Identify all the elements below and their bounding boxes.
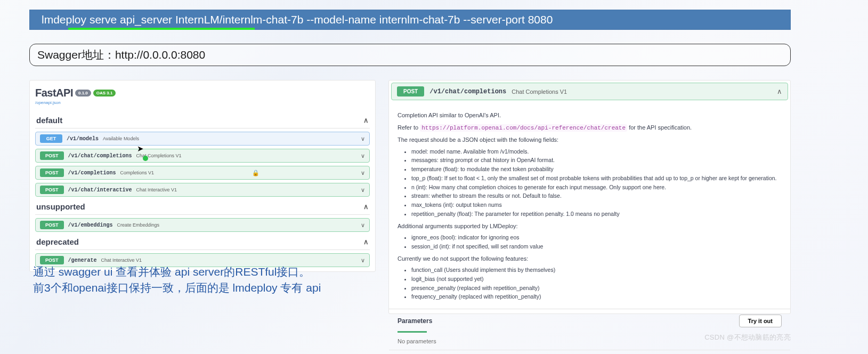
- chevron-down-icon: ∨: [361, 170, 365, 176]
- endpoint-summary: Chat Completions V1: [512, 88, 567, 95]
- parameters-bar: Parameters Try it out: [389, 309, 790, 333]
- fastapi-header: FastAPI 0.1.0 OAS 3.1: [35, 87, 370, 99]
- section-unsupported[interactable]: unsupported∧: [35, 199, 370, 215]
- endpoint-detail-panel: POST /v1/chat/completions Chat Completio…: [388, 80, 791, 314]
- endpoint-row[interactable]: POST/v1/chat/completionsChat Completions…: [35, 149, 370, 163]
- endpoint-path: /v1/chat/completions: [68, 153, 132, 159]
- list-item: logit_bias (not supported yet): [411, 275, 782, 284]
- endpoint-summary: Completions V1: [120, 170, 155, 175]
- version-badge: 0.1.0: [75, 90, 91, 96]
- method-badge: POST: [40, 168, 64, 177]
- endpoint-path: /v1/embeddings: [68, 222, 113, 228]
- command-bar: lmdeploy serve api_server InternLM/inter…: [29, 10, 791, 30]
- endpoint-row[interactable]: POST/v1/chat/interactiveChat Interactive…: [35, 183, 370, 197]
- lock-icon: 🔒: [252, 170, 259, 176]
- unsupported-list: function_call (Users should implement th…: [411, 266, 782, 301]
- try-it-out-button[interactable]: Try it out: [739, 315, 782, 327]
- additional-intro: Additional arguments supported by LMDepl…: [398, 222, 782, 231]
- openapi-link[interactable]: /openapi.json: [35, 100, 370, 105]
- fields-list: model: model name. Available from /v1/mo…: [411, 148, 782, 219]
- list-item: model: model name. Available from /v1/mo…: [411, 148, 782, 156]
- section-default[interactable]: default∧: [35, 112, 370, 128]
- list-item: top_p (float): If set to float < 1, only…: [411, 174, 782, 183]
- endpoint-description: Completion API similar to OpenAI's API. …: [389, 102, 790, 309]
- refer-line: Refer to https://platform.openai.com/doc…: [398, 123, 782, 133]
- list-item: stream: whether to stream the results or…: [411, 192, 782, 200]
- api-spec-link[interactable]: https://platform.openai.com/docs/api-ref…: [420, 124, 627, 132]
- swagger-address-box: Swagger地址：http://0.0.0.0:8080: [29, 44, 791, 66]
- list-item: temperature (float): to modulate the nex…: [411, 165, 782, 174]
- chevron-up-icon: ∧: [363, 238, 369, 246]
- request-body-bar: Request body required application/json: [389, 350, 790, 354]
- intro-text: Completion API similar to OpenAI's API.: [398, 111, 782, 120]
- request-intro: The request should be a JSON object with…: [398, 135, 782, 144]
- chevron-down-icon: ∨: [361, 222, 365, 229]
- laser-pointer-icon: [143, 156, 148, 161]
- endpoint-summary: Available Models: [103, 136, 139, 141]
- list-item: function_call (Users should implement th…: [411, 266, 782, 275]
- list-item: session_id (int): if not specified, will…: [411, 243, 782, 251]
- list-item: presence_penalty (replaced with repetiti…: [411, 284, 782, 293]
- endpoint-path: /v1/chat/interactive: [68, 187, 132, 193]
- chevron-down-icon: ∨: [361, 257, 365, 264]
- swagger-address-text: Swagger地址：http://0.0.0.0:8080: [37, 47, 205, 62]
- section-deprecated[interactable]: deprecated∧: [35, 234, 370, 250]
- refer-prefix: Refer to: [398, 124, 420, 131]
- unsupported-intro: Currently we do not support the followin…: [398, 254, 782, 263]
- method-badge: GET: [40, 134, 62, 143]
- method-badge: POST: [397, 86, 424, 96]
- highlight-underline: [68, 28, 255, 30]
- parameters-label: Parameters: [398, 317, 432, 325]
- section-title: deprecated: [36, 237, 79, 246]
- endpoint-path: /v1/models: [67, 136, 99, 142]
- list-item: repetition_penalty (float): The paramete…: [411, 210, 782, 219]
- note-line-1: 通过 swagger ui 查看并体验 api server的RESTful接口…: [33, 264, 379, 280]
- swagger-ui-panel: FastAPI 0.1.0 OAS 3.1 /openapi.json defa…: [29, 80, 376, 272]
- list-item: max_tokens (int): output token nums: [411, 201, 782, 210]
- refer-suffix: for the API specification.: [629, 124, 692, 131]
- endpoint-header[interactable]: POST /v1/chat/completions Chat Completio…: [391, 83, 788, 100]
- list-item: frequency_penalty (replaced with repetit…: [411, 293, 782, 301]
- chevron-down-icon: ∨: [361, 135, 365, 142]
- method-badge: POST: [40, 221, 64, 229]
- method-badge: POST: [40, 151, 64, 160]
- section-title: unsupported: [36, 202, 85, 211]
- method-badge: POST: [40, 256, 64, 264]
- watermark-text: CSDN @不想动脑筋的亮亮: [704, 333, 791, 342]
- command-text: lmdeploy serve api_server InternLM/inter…: [42, 13, 553, 26]
- list-item: n (int): How many chat completion choice…: [411, 183, 782, 192]
- fastapi-title: FastAPI: [35, 87, 73, 99]
- endpoint-summary: Chat Interactive V1: [136, 187, 177, 192]
- chevron-up-icon: ∧: [363, 116, 369, 124]
- chevron-up-icon: ∧: [777, 87, 782, 95]
- annotation-note: 通过 swagger ui 查看并体验 api server的RESTful接口…: [33, 264, 379, 296]
- endpoint-path: /v1/chat/completions: [429, 88, 506, 95]
- list-item: ignore_eos (bool): indicator for ignorin…: [411, 234, 782, 242]
- endpoint-path: /generate: [68, 258, 97, 263]
- endpoint-row[interactable]: GET/v1/modelsAvailable Models∨: [35, 132, 370, 146]
- section-title: default: [36, 116, 62, 125]
- oas-badge: OAS 3.1: [93, 90, 116, 96]
- additional-list: ignore_eos (bool): indicator for ignorin…: [411, 234, 782, 251]
- endpoint-summary: Chat Interactive V1: [101, 258, 142, 263]
- note-line-2: 前3个和openai接口保持一致，后面的是 lmdeploy 专有 api: [33, 280, 379, 296]
- endpoint-row[interactable]: POST/v1/completionsCompletions V1🔒∨: [35, 166, 370, 180]
- chevron-up-icon: ∧: [363, 203, 369, 211]
- endpoint-row[interactable]: POST/v1/embeddingsCreate Embeddings∨: [35, 218, 370, 232]
- endpoint-summary: Create Embeddings: [117, 222, 160, 228]
- chevron-down-icon: ∨: [361, 187, 365, 194]
- method-badge: POST: [40, 186, 64, 194]
- chevron-down-icon: ∨: [361, 152, 365, 159]
- endpoint-path: /v1/completions: [68, 170, 116, 176]
- list-item: messages: string prompt or chat history …: [411, 156, 782, 165]
- decoration-curve: [0, 107, 27, 213]
